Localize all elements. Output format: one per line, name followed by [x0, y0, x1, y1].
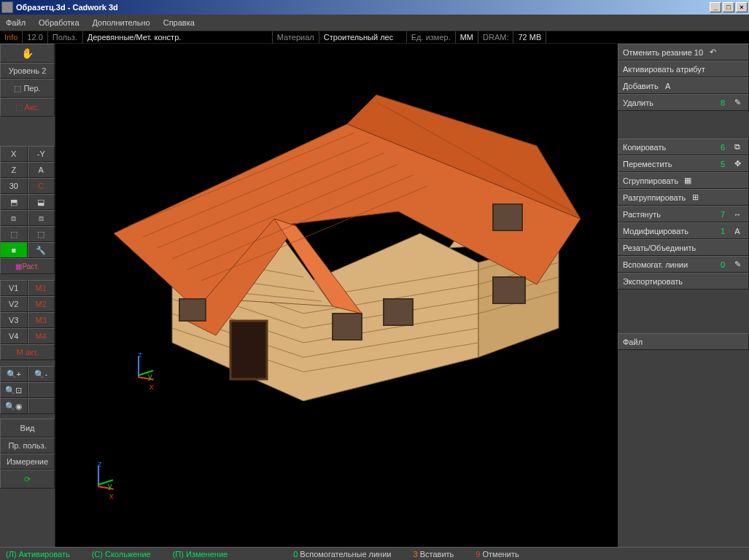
zoom-fit-button[interactable]: 🔍⊡: [0, 382, 28, 398]
m2-button[interactable]: М2: [28, 296, 55, 312]
m-active-button[interactable]: М акт.: [0, 344, 55, 360]
zoom-out-button[interactable]: 🔍-: [28, 366, 55, 382]
version-label: 12.0: [23, 31, 47, 43]
v3-button[interactable]: V3: [0, 312, 28, 328]
wireframe-2-button[interactable]: ⬚: [28, 226, 55, 242]
view-cube-1-button[interactable]: ⬒: [0, 194, 28, 210]
model-render: [70, 80, 595, 459]
app-icon: [1, 1, 13, 13]
copy-button[interactable]: Копировать6⧉: [618, 139, 749, 155]
viewport-3d[interactable]: z y x z y x: [55, 44, 618, 547]
empty-cell: [28, 382, 55, 398]
refresh-icon: ⟳: [24, 475, 31, 484]
v2-button[interactable]: V2: [0, 296, 28, 312]
status-insert: Вставить: [420, 550, 454, 559]
material-value[interactable]: Строительный лес: [319, 31, 407, 43]
status-cancel: Отменить: [483, 550, 519, 559]
zoom-in-button[interactable]: 🔍+: [0, 366, 28, 382]
m4-button[interactable]: М4: [28, 328, 55, 344]
unit-value[interactable]: MM: [456, 31, 478, 43]
view-cubes-1-button[interactable]: ⧈: [0, 210, 28, 226]
move-button[interactable]: Переместить5✥: [618, 155, 749, 172]
stretch-button[interactable]: Растянуть7↔: [618, 206, 749, 222]
zoom-center-button[interactable]: 🔍◉: [0, 398, 28, 414]
hand-icon: ✋: [21, 47, 34, 59]
right-toolbar: Отменить резание 10↶ Активировать атрибу…: [618, 44, 749, 547]
m3-button[interactable]: М3: [28, 312, 55, 328]
file-panel-button[interactable]: Файл: [618, 333, 749, 350]
type-label[interactable]: Деревянные/Мет. констр.: [83, 31, 273, 43]
copy-icon: ⧉: [731, 141, 744, 154]
status-bar: (Л) Активировать (С) Скольжение (П) Изме…: [0, 547, 749, 560]
m1-button[interactable]: М1: [28, 280, 55, 296]
user-label[interactable]: Польз.: [48, 31, 83, 43]
undo-cut-button[interactable]: Отменить резание 10↶: [618, 44, 749, 61]
hand-tool-button[interactable]: ✋: [0, 44, 55, 63]
aux-lines-button[interactable]: Вспомогат. линии0✎: [618, 256, 749, 273]
measure-button[interactable]: Измерение: [0, 454, 55, 470]
undo-icon: ↶: [706, 46, 719, 59]
titlebar: Образетц.3d - Cadwork 3d _ □ ×: [0, 0, 749, 15]
level-button[interactable]: Уровень 2: [0, 63, 55, 79]
menu-extra[interactable]: Дополнительно: [93, 18, 150, 27]
x-axis-label: x: [150, 382, 154, 391]
wireframe-icon: ⬚: [10, 230, 18, 239]
window-title: Образетц.3d - Cadwork 3d: [16, 3, 710, 12]
pencil-icon: ✎: [731, 258, 744, 271]
svg-rect-37: [384, 299, 413, 325]
svg-rect-38: [493, 277, 525, 303]
add-button[interactable]: ДобавитьA: [618, 77, 749, 94]
menu-bar: Файл Обработка Дополнительно Справка: [0, 15, 749, 31]
close-button[interactable]: ×: [736, 2, 748, 12]
axis-minus-y-button[interactable]: -Y: [28, 146, 55, 162]
grid-icon: ▦: [15, 262, 22, 271]
maximize-button[interactable]: □: [723, 2, 734, 12]
menu-help[interactable]: Справка: [163, 18, 195, 27]
z-axis-line: [138, 356, 139, 376]
shaded-button[interactable]: ■: [0, 242, 28, 258]
view-cubes-2-button[interactable]: ⧈: [28, 210, 55, 226]
menu-file[interactable]: Файл: [6, 18, 26, 27]
ram-value: 72 MB: [513, 31, 546, 43]
export-button[interactable]: Экспортировать: [618, 273, 749, 289]
axis-a-button[interactable]: A: [28, 162, 55, 178]
cube-icon: ⬒: [10, 198, 18, 207]
angle-30-button[interactable]: 30: [0, 178, 28, 194]
zoom-in-icon: 🔍+: [7, 370, 21, 379]
cube-icon: ⬓: [37, 198, 44, 207]
z-axis-label: z: [138, 350, 142, 359]
corner-axis-gizmo: z y x: [77, 459, 121, 503]
view-button[interactable]: Вид: [0, 419, 55, 438]
angle-c-button[interactable]: C: [28, 178, 55, 194]
ungroup-button[interactable]: Разгруппировать⊞: [618, 189, 749, 206]
text-a-icon: A: [661, 79, 675, 93]
activate-attribute-button[interactable]: Активировать атрибут: [618, 61, 749, 77]
axonometric-button[interactable]: ⬚Акс.: [0, 98, 55, 117]
settings-button[interactable]: 🔧: [28, 242, 55, 258]
zoom-out-icon: 🔍-: [34, 370, 47, 379]
modify-button[interactable]: Модифицировать1A: [618, 222, 749, 239]
menu-edit[interactable]: Обработка: [39, 18, 79, 27]
refresh-button[interactable]: ⟳: [0, 470, 55, 489]
view-cube-2-button[interactable]: ⬓: [28, 194, 55, 210]
delete-button[interactable]: Удалить8✎: [618, 94, 749, 111]
axis-z-button[interactable]: Z: [0, 162, 28, 178]
raster-button[interactable]: ▦Раст.: [0, 258, 55, 274]
info-label[interactable]: Info: [0, 31, 23, 43]
svg-rect-36: [333, 314, 362, 340]
perspective-button[interactable]: ⬚Пер.: [0, 79, 55, 98]
wireframe-icon: ⬚: [37, 230, 44, 239]
cube-icon: ⬚: [15, 103, 23, 112]
v4-button[interactable]: V4: [0, 328, 28, 344]
unit-label: Ед. измер.: [407, 31, 456, 43]
v1-button[interactable]: V1: [0, 280, 28, 296]
cut-join-button[interactable]: Резать/Объединить: [618, 239, 749, 256]
group-button[interactable]: Сгруппировать▦: [618, 172, 749, 189]
svg-rect-39: [493, 204, 522, 230]
minimize-button[interactable]: _: [710, 2, 721, 12]
wireframe-1-button[interactable]: ⬚: [0, 226, 28, 242]
status-change: (П) Изменение: [173, 550, 228, 559]
axis-x-button[interactable]: X: [0, 146, 28, 162]
user-prefs-button[interactable]: Пр. польз.: [0, 438, 55, 454]
svg-rect-40: [179, 299, 206, 321]
